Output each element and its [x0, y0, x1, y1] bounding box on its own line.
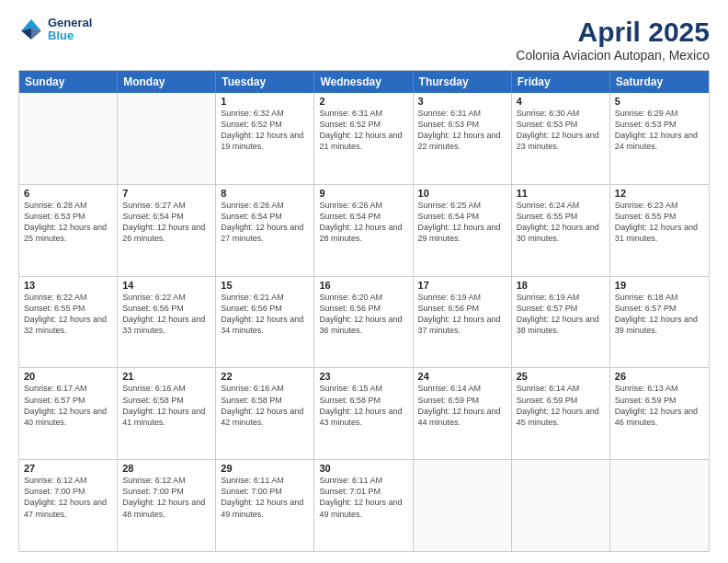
calendar-cell: 25Sunrise: 6:14 AM Sunset: 6:59 PM Dayli…	[512, 368, 610, 459]
calendar-cell: 22Sunrise: 6:16 AM Sunset: 6:58 PM Dayli…	[216, 368, 314, 459]
day-number: 1	[221, 96, 309, 107]
day-number: 2	[319, 96, 407, 107]
day-number: 23	[319, 371, 407, 382]
day-number: 16	[319, 280, 407, 291]
day-number: 7	[122, 188, 210, 199]
day-info: Sunrise: 6:11 AM Sunset: 7:00 PM Dayligh…	[221, 475, 309, 520]
day-info: Sunrise: 6:11 AM Sunset: 7:01 PM Dayligh…	[319, 475, 407, 520]
day-info: Sunrise: 6:16 AM Sunset: 6:58 PM Dayligh…	[122, 383, 210, 428]
calendar-title: April 2025	[516, 17, 710, 48]
calendar-cell: 29Sunrise: 6:11 AM Sunset: 7:00 PM Dayli…	[216, 460, 314, 551]
day-info: Sunrise: 6:12 AM Sunset: 7:00 PM Dayligh…	[24, 475, 112, 520]
day-info: Sunrise: 6:13 AM Sunset: 6:59 PM Dayligh…	[615, 383, 704, 428]
calendar-cell: 5Sunrise: 6:29 AM Sunset: 6:53 PM Daylig…	[610, 93, 709, 184]
calendar-row: 6Sunrise: 6:28 AM Sunset: 6:53 PM Daylig…	[19, 185, 709, 277]
logo-text: General Blue	[48, 17, 92, 43]
weekday-header: Saturday	[610, 71, 709, 93]
day-number: 10	[418, 188, 506, 199]
calendar-cell: 20Sunrise: 6:17 AM Sunset: 6:57 PM Dayli…	[19, 368, 118, 459]
calendar-cell: 2Sunrise: 6:31 AM Sunset: 6:52 PM Daylig…	[314, 93, 413, 184]
weekday-header: Wednesday	[314, 71, 413, 93]
calendar-header-row: SundayMondayTuesdayWednesdayThursdayFrid…	[19, 71, 709, 93]
day-info: Sunrise: 6:27 AM Sunset: 6:54 PM Dayligh…	[122, 200, 210, 245]
day-number: 29	[221, 463, 309, 474]
calendar-cell: 8Sunrise: 6:26 AM Sunset: 6:54 PM Daylig…	[216, 185, 314, 276]
day-info: Sunrise: 6:26 AM Sunset: 6:54 PM Dayligh…	[221, 200, 309, 245]
page: General Blue April 2025 Colonia Aviacion…	[0, 0, 728, 563]
calendar-row: 27Sunrise: 6:12 AM Sunset: 7:00 PM Dayli…	[19, 460, 709, 551]
day-number: 19	[615, 280, 704, 291]
day-number: 15	[221, 280, 309, 291]
day-info: Sunrise: 6:24 AM Sunset: 6:55 PM Dayligh…	[517, 200, 605, 245]
day-info: Sunrise: 6:31 AM Sunset: 6:53 PM Dayligh…	[418, 108, 506, 153]
logo-line1: General	[48, 17, 92, 29]
calendar-cell	[19, 93, 118, 184]
day-number: 6	[24, 188, 112, 199]
day-info: Sunrise: 6:22 AM Sunset: 6:55 PM Dayligh…	[24, 292, 112, 337]
day-number: 30	[319, 463, 407, 474]
day-info: Sunrise: 6:12 AM Sunset: 7:00 PM Dayligh…	[122, 475, 210, 520]
calendar-cell: 24Sunrise: 6:14 AM Sunset: 6:59 PM Dayli…	[414, 368, 512, 459]
day-info: Sunrise: 6:20 AM Sunset: 6:56 PM Dayligh…	[319, 292, 407, 337]
day-info: Sunrise: 6:21 AM Sunset: 6:56 PM Dayligh…	[221, 292, 309, 337]
weekday-header: Tuesday	[216, 71, 314, 93]
day-info: Sunrise: 6:31 AM Sunset: 6:52 PM Dayligh…	[319, 108, 407, 153]
day-info: Sunrise: 6:19 AM Sunset: 6:56 PM Dayligh…	[418, 292, 506, 337]
calendar-body: 1Sunrise: 6:32 AM Sunset: 6:52 PM Daylig…	[19, 93, 709, 551]
calendar-cell: 9Sunrise: 6:26 AM Sunset: 6:54 PM Daylig…	[314, 185, 413, 276]
day-info: Sunrise: 6:29 AM Sunset: 6:53 PM Dayligh…	[615, 108, 704, 153]
calendar-cell: 27Sunrise: 6:12 AM Sunset: 7:00 PM Dayli…	[19, 460, 118, 551]
calendar-row: 1Sunrise: 6:32 AM Sunset: 6:52 PM Daylig…	[19, 93, 709, 185]
day-info: Sunrise: 6:32 AM Sunset: 6:52 PM Dayligh…	[221, 108, 309, 153]
weekday-header: Sunday	[19, 71, 118, 93]
day-number: 14	[122, 280, 210, 291]
calendar-cell: 1Sunrise: 6:32 AM Sunset: 6:52 PM Daylig…	[216, 93, 314, 184]
day-info: Sunrise: 6:18 AM Sunset: 6:57 PM Dayligh…	[615, 292, 704, 337]
weekday-header: Thursday	[414, 71, 512, 93]
day-info: Sunrise: 6:30 AM Sunset: 6:53 PM Dayligh…	[517, 108, 605, 153]
day-number: 13	[24, 280, 112, 291]
day-info: Sunrise: 6:22 AM Sunset: 6:56 PM Dayligh…	[122, 292, 210, 337]
calendar-cell: 30Sunrise: 6:11 AM Sunset: 7:01 PM Dayli…	[314, 460, 413, 551]
day-number: 4	[517, 96, 605, 107]
day-number: 28	[122, 463, 210, 474]
calendar-cell: 12Sunrise: 6:23 AM Sunset: 6:55 PM Dayli…	[610, 185, 709, 276]
day-number: 26	[615, 371, 704, 382]
calendar-cell: 15Sunrise: 6:21 AM Sunset: 6:56 PM Dayli…	[216, 277, 314, 368]
day-number: 21	[122, 371, 210, 382]
day-number: 3	[418, 96, 506, 107]
day-number: 18	[517, 280, 605, 291]
header: General Blue April 2025 Colonia Aviacion…	[18, 17, 710, 63]
calendar-cell: 3Sunrise: 6:31 AM Sunset: 6:53 PM Daylig…	[414, 93, 512, 184]
logo-line2: Blue	[48, 29, 92, 42]
calendar-cell: 18Sunrise: 6:19 AM Sunset: 6:57 PM Dayli…	[512, 277, 610, 368]
day-number: 9	[319, 188, 407, 199]
weekday-header: Monday	[118, 71, 216, 93]
day-number: 12	[615, 188, 704, 199]
calendar-cell: 11Sunrise: 6:24 AM Sunset: 6:55 PM Dayli…	[512, 185, 610, 276]
calendar-cell: 7Sunrise: 6:27 AM Sunset: 6:54 PM Daylig…	[118, 185, 216, 276]
calendar-cell: 4Sunrise: 6:30 AM Sunset: 6:53 PM Daylig…	[512, 93, 610, 184]
logo-icon	[18, 17, 44, 42]
day-info: Sunrise: 6:16 AM Sunset: 6:58 PM Dayligh…	[221, 383, 309, 428]
day-number: 27	[24, 463, 112, 474]
calendar-cell: 23Sunrise: 6:15 AM Sunset: 6:58 PM Dayli…	[314, 368, 413, 459]
day-info: Sunrise: 6:28 AM Sunset: 6:53 PM Dayligh…	[24, 200, 112, 245]
day-info: Sunrise: 6:14 AM Sunset: 6:59 PM Dayligh…	[517, 383, 605, 428]
day-number: 5	[615, 96, 704, 107]
day-info: Sunrise: 6:19 AM Sunset: 6:57 PM Dayligh…	[517, 292, 605, 337]
day-number: 20	[24, 371, 112, 382]
day-info: Sunrise: 6:17 AM Sunset: 6:57 PM Dayligh…	[24, 383, 112, 428]
calendar-row: 20Sunrise: 6:17 AM Sunset: 6:57 PM Dayli…	[19, 368, 709, 460]
calendar-cell: 26Sunrise: 6:13 AM Sunset: 6:59 PM Dayli…	[610, 368, 709, 459]
calendar-cell	[414, 460, 512, 551]
calendar-cell: 13Sunrise: 6:22 AM Sunset: 6:55 PM Dayli…	[19, 277, 118, 368]
logo: General Blue	[18, 17, 92, 43]
day-number: 24	[418, 371, 506, 382]
day-number: 11	[517, 188, 605, 199]
calendar-subtitle: Colonia Aviacion Autopan, Mexico	[516, 48, 710, 63]
title-block: April 2025 Colonia Aviacion Autopan, Mex…	[516, 17, 710, 63]
calendar-cell: 16Sunrise: 6:20 AM Sunset: 6:56 PM Dayli…	[314, 277, 413, 368]
day-number: 22	[221, 371, 309, 382]
calendar-cell	[610, 460, 709, 551]
